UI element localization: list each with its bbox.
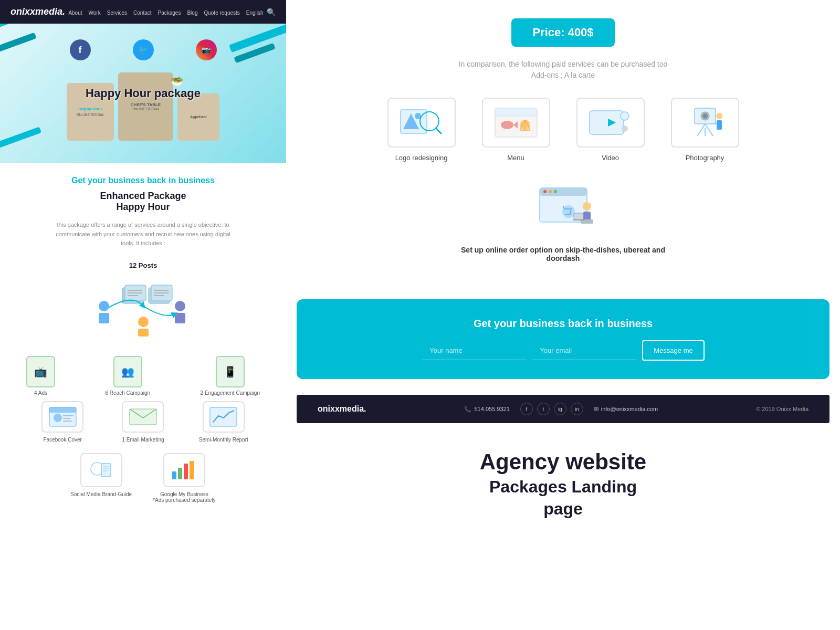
campaign-figures: 📺 4 Ads 👥 6 Reach Campaign 📱 2 Engagemen… (16, 356, 270, 396)
bag-3-label: Appetizer (190, 115, 207, 119)
package-description: this package offers a range of services … (49, 220, 238, 248)
nav-link-services[interactable]: Services (107, 10, 127, 16)
services-grid: Facebook Cover 1 Email Marketing (16, 401, 270, 443)
engagement-icon: 📱 (216, 356, 245, 387)
campaign-item-reach: 👥 6 Reach Campaign (105, 356, 150, 396)
phone-icon: 📞 (464, 406, 471, 413)
package-title-line1: Enhanced Package (16, 191, 270, 202)
bag-2-label: CHEF'S TABLE (131, 102, 161, 107)
footer-phone-number: 514.055.9321 (474, 406, 509, 412)
svg-rect-23 (210, 407, 237, 426)
bottom-title-section: Agency website Packages Landing page (286, 439, 840, 529)
addons-section: In comparison, the following paid servic… (286, 60, 840, 299)
svg-rect-30 (178, 468, 182, 479)
svg-point-52 (702, 113, 708, 119)
svg-point-56 (716, 113, 722, 119)
footer-contact: 📞 514.055.9321 f t ig in ✉ info@onixxmed… (464, 403, 658, 415)
video-label: Video (602, 154, 619, 162)
svg-rect-29 (172, 471, 176, 479)
footer: onixxmedia. 📞 514.055.9321 f t ig in ✉ i… (297, 395, 830, 423)
posts-svg (91, 277, 196, 340)
cta-section: Get your business back in business Messa… (297, 299, 830, 379)
left-panel: onixxmedia. About Work Services Contact … (0, 0, 286, 630)
instagram-icon: 📷 (196, 39, 217, 60)
right-panel: Price: 400$ In comparison, the following… (286, 0, 840, 630)
service-logo: Logo redesigning (387, 98, 456, 162)
price-badge: Price: 400$ (511, 18, 614, 47)
twitter-icon: 🐦 (133, 39, 154, 60)
cta-form: Message me (422, 340, 704, 361)
food-icon: 🥗 (171, 75, 184, 88)
svg-line-54 (705, 124, 713, 136)
nav-link-quote[interactable]: Quote requests (204, 10, 239, 16)
online-order-section: Set up online order option on skip-the-d… (318, 180, 808, 262)
engagement-label: 2 Engagement Campaign (201, 390, 260, 396)
svg-rect-20 (63, 421, 72, 422)
facebook-cover-svg (48, 406, 77, 427)
svg-point-49 (622, 125, 628, 132)
nav-link-work[interactable]: Work (89, 10, 101, 16)
footer-linkedin-icon[interactable]: in (571, 403, 583, 415)
facebook-cover-label: Facebook Cover (43, 437, 81, 443)
report-svg (209, 406, 238, 427)
nav-link-about[interactable]: About (68, 10, 82, 16)
service-video: Video (576, 98, 645, 162)
posts-label: 12 Posts (16, 261, 270, 269)
svg-rect-69 (573, 219, 584, 220)
nav-link-packages[interactable]: Packages (158, 10, 181, 16)
nav-link-blog[interactable]: Blog (187, 10, 197, 16)
service-google: Google My Business *Ads purchased separa… (153, 453, 216, 503)
svg-rect-32 (190, 461, 194, 479)
svg-point-10 (99, 301, 109, 311)
svg-line-37 (436, 128, 441, 133)
footer-email: ✉ info@onixxmedia.com (594, 406, 658, 413)
posts-diagram (16, 272, 270, 345)
ads-label: 4 Ads (34, 390, 47, 396)
svg-rect-19 (63, 418, 71, 419)
search-icon[interactable]: 🔍 (267, 8, 276, 16)
svg-point-47 (621, 112, 629, 120)
bags-illustration: Happy Hour ONLINE SOCIAL CHEF'S TABLE ON… (67, 72, 219, 141)
email-icon (122, 401, 164, 433)
nav-link-lang[interactable]: English (246, 10, 264, 16)
svg-rect-21 (49, 407, 76, 413)
svg-rect-13 (175, 313, 185, 323)
footer-twitter-icon[interactable]: t (537, 403, 550, 415)
tagline: Get your business back in business (16, 176, 270, 185)
google-label: Google My Business *Ads purchased separa… (153, 491, 216, 503)
svg-rect-60 (540, 188, 587, 196)
service-facebook-cover: Facebook Cover (26, 401, 99, 443)
footer-facebook-icon[interactable]: f (520, 403, 533, 415)
online-order-svg (529, 183, 597, 235)
bottom-title-line2: Packages Landing (286, 477, 840, 497)
footer-logo-text: onixx (318, 404, 340, 413)
facebook-cover-icon (41, 401, 83, 433)
cta-name-input[interactable] (422, 341, 527, 360)
nav-links: About Work Services Contact Packages Blo… (68, 7, 263, 17)
cta-message-button[interactable]: Message me (642, 340, 704, 361)
bag-1-label: Happy Hour (78, 107, 102, 111)
brand-guide-svg (87, 458, 116, 482)
svg-point-62 (549, 190, 552, 193)
footer-logo: onixxmedia. (318, 404, 366, 414)
footer-email-address: info@onixxmedia.com (601, 406, 658, 412)
bottom-title-line1: Agency website (286, 449, 840, 475)
footer-instagram-icon[interactable]: ig (554, 403, 566, 415)
package-title: Enhanced Package Happy Hour (16, 191, 270, 213)
svg-point-61 (543, 190, 547, 193)
footer-social-icons: f t ig in (520, 403, 583, 415)
ads-icon: 📺 (26, 356, 55, 387)
price-section: Price: 400$ (286, 0, 840, 60)
bag-1-sublabel: ONLINE SOCIAL (76, 113, 104, 117)
cta-email-input[interactable] (532, 341, 637, 360)
navigation: onixxmedia. About Work Services Contact … (0, 0, 286, 24)
google-svg (170, 458, 198, 482)
svg-point-63 (554, 190, 557, 193)
svg-point-64 (562, 205, 575, 218)
menu-label: Menu (507, 154, 524, 162)
nav-link-contact[interactable]: Contact (133, 10, 151, 16)
photography-label: Photography (686, 154, 724, 162)
logo-suffix: media. (35, 6, 65, 17)
facebook-icon: f (70, 39, 91, 60)
svg-rect-31 (184, 464, 188, 479)
